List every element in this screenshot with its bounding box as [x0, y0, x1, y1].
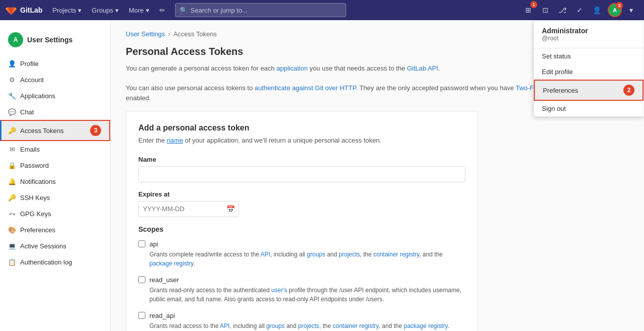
dropdown-handle: @root — [542, 35, 635, 42]
sidebar-item-gpg-keys[interactable]: 🗝 GPG Keys — [0, 206, 110, 222]
nav-more-label: More — [129, 7, 144, 14]
dropdown-preferences[interactable]: Preferences 2 — [534, 80, 643, 101]
user-link[interactable]: user's — [271, 287, 287, 294]
sidebar-item-access-tokens[interactable]: 🔑 Access Tokens 3 — [0, 120, 110, 141]
chevron-down-icon: ▾ — [115, 7, 119, 14]
gitlab-logo-icon — [5, 4, 17, 16]
name-input[interactable] — [138, 166, 465, 182]
sidebar-item-password[interactable]: 🔒 Password — [0, 157, 110, 173]
nav-more[interactable]: More ▾ — [124, 0, 154, 20]
sidebar-item-label: Emails — [20, 146, 40, 153]
nav-merge-btn[interactable]: ⎇ — [554, 2, 571, 18]
access-tokens-icon: 🔑 — [8, 126, 16, 135]
container-registry-link[interactable]: container registry — [373, 251, 419, 258]
application-link[interactable]: application — [276, 64, 307, 72]
expires-input[interactable] — [138, 201, 239, 217]
step2-badge: 2 — [623, 85, 634, 96]
scope-read-user: read_user Grants read-only access to the… — [138, 276, 465, 304]
scope-api-row: api — [138, 240, 465, 248]
user-circle-icon: 👤 — [593, 6, 601, 14]
groups-link[interactable]: groups — [266, 322, 285, 329]
nav-projects[interactable]: Projects ▾ — [47, 0, 87, 20]
sidebar-item-label: Applications — [20, 92, 55, 100]
sidebar-item-profile[interactable]: 👤 Profile — [0, 55, 110, 72]
user-dropdown: Administrator @root Set status Edit prof… — [533, 20, 644, 117]
sidebar-item-account[interactable]: ⚙ Account — [0, 72, 110, 88]
scope-read-user-name: read_user — [149, 276, 179, 284]
api-link[interactable]: API — [261, 251, 270, 258]
sidebar-item-label: Profile — [20, 60, 39, 68]
package-registry-link[interactable]: package registry — [149, 260, 193, 267]
nav-check-btn[interactable]: ✓ — [572, 2, 588, 18]
chevron-down-icon: ▾ — [146, 7, 149, 14]
nav-pencil[interactable]: ✏ — [154, 0, 170, 20]
account-icon: ⚙ — [8, 76, 16, 84]
profile-icon: 👤 — [8, 59, 16, 68]
sidebar-item-label: GPG Keys — [20, 210, 51, 218]
scope-read-api-name: read_api — [149, 312, 175, 319]
nav-projects-label: Projects — [52, 7, 76, 14]
sidebar-item-label: Chat — [20, 108, 34, 116]
auth-log-icon: 📋 — [8, 258, 16, 266]
api-link[interactable]: API — [220, 322, 229, 329]
sidebar-avatar: A — [8, 32, 23, 47]
avatar-badge: 3 — [616, 2, 623, 9]
scope-read-api-desc: Grants read access to the API, including… — [138, 321, 465, 330]
name-link[interactable]: name — [167, 137, 183, 144]
sidebar-item-authentication-log[interactable]: 📋 Authentication log — [0, 254, 110, 270]
sidebar-item-chat[interactable]: 💬 Chat — [0, 104, 110, 120]
nav-icons: ⊞ 1 ⊡ ⎇ ✓ 👤 A 3 ▾ — [520, 2, 639, 18]
add-token-form: Add a personal access token Enter the na… — [126, 111, 478, 331]
user-avatar[interactable]: A 3 — [608, 3, 622, 17]
sidebar-item-label: Notifications — [20, 178, 56, 185]
scope-api-name: api — [149, 240, 158, 248]
search-box[interactable]: 🔍 Search or jump to... — [175, 3, 346, 17]
sidebar-title: User Settings — [27, 36, 72, 44]
sidebar-item-notifications[interactable]: 🔔 Notifications — [0, 173, 110, 189]
preferences-icon: 🎨 — [8, 226, 16, 234]
ssh-keys-icon: 🔑 — [8, 193, 16, 202]
scope-api: api Grants complete read/write access to… — [138, 240, 465, 268]
nav-feed-btn[interactable]: ⊡ — [537, 2, 553, 18]
breadcrumb-current: Access Tokens — [173, 30, 216, 38]
scope-read-api-checkbox[interactable] — [138, 312, 145, 319]
name-field-group: Name — [138, 156, 465, 182]
sidebar-item-label: Account — [20, 76, 44, 84]
sidebar-item-preferences[interactable]: 🎨 Preferences — [0, 222, 110, 238]
http-auth-link[interactable]: authenticate against Git over HTTP — [255, 84, 356, 92]
projects-link[interactable]: projects — [339, 251, 360, 258]
nav-dropdown-arrow[interactable]: ▾ — [623, 2, 639, 18]
package-registry-link[interactable]: package registry — [404, 322, 447, 329]
sidebar-item-emails[interactable]: ✉ Emails — [0, 141, 110, 157]
dropdown-preferences-label: Preferences — [543, 87, 623, 94]
scope-read-api: read_api Grants read access to the API, … — [138, 312, 465, 330]
notifications-icon: 🔔 — [8, 177, 16, 185]
scope-read-user-checkbox[interactable] — [138, 276, 145, 283]
container-registry-link[interactable]: container registry — [333, 322, 378, 329]
scope-api-desc: Grants complete read/write access to the… — [138, 250, 465, 268]
nav-groups[interactable]: Groups ▾ — [87, 0, 124, 20]
emails-icon: ✉ — [8, 145, 16, 153]
nav-user-btn[interactable]: 👤 — [589, 2, 605, 18]
sidebar-item-ssh-keys[interactable]: 🔑 SSH Keys — [0, 189, 110, 206]
projects-link[interactable]: projects — [298, 322, 319, 329]
form-section-desc: Enter the name of your application, and … — [138, 136, 465, 146]
dropdown-set-status[interactable]: Set status — [534, 48, 643, 64]
sidebar-item-applications[interactable]: 🔧 Applications — [0, 88, 110, 104]
dropdown-username: Administrator — [542, 27, 635, 35]
search-area: 🔍 Search or jump to... — [175, 3, 515, 17]
nav-plus-btn[interactable]: ⊞ 1 — [520, 2, 536, 18]
breadcrumb-user-settings[interactable]: User Settings — [126, 30, 165, 38]
sidebar-item-active-sessions[interactable]: 💻 Active Sessions — [0, 238, 110, 254]
calendar-icon: 📅 — [226, 205, 235, 213]
scopes-group: Scopes api Grants complete read/write ac… — [138, 225, 465, 332]
gitlab-api-link[interactable]: GitLab API — [407, 64, 438, 72]
nav-groups-label: Groups — [92, 7, 113, 14]
scope-read-user-desc: Grants read-only access to the authentic… — [138, 286, 465, 304]
groups-link[interactable]: groups — [307, 251, 326, 258]
brand[interactable]: GitLab — [5, 4, 42, 16]
dropdown-sign-out[interactable]: Sign out — [534, 101, 643, 116]
scope-api-checkbox[interactable] — [138, 240, 145, 247]
navbar: GitLab Projects ▾ Groups ▾ More ▾ ✏ 🔍 Se… — [0, 0, 644, 20]
dropdown-edit-profile[interactable]: Edit profile — [534, 64, 643, 80]
